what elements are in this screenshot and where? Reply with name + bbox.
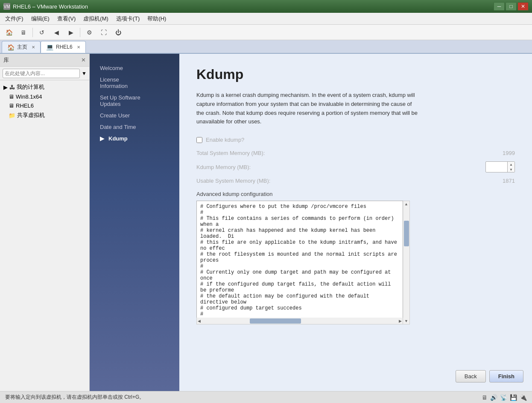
main-content: Kdump Kdump is a kernel crash dumping me… [179, 54, 532, 391]
spinbox-buttons: ▲ ▼ [507, 162, 514, 172]
close-button[interactable]: ✕ [517, 2, 529, 11]
tree-root-label: 我的计算机 [17, 83, 44, 91]
nav-date-time[interactable]: Date and Time [90, 121, 179, 133]
scroll-thumb[interactable] [404, 221, 409, 246]
enable-kdump-checkbox[interactable] [196, 137, 202, 143]
tab-bar: 🏠 主页 ✕ 💻 RHEL6 ✕ [0, 40, 532, 54]
vm-icon-rhel6: 🖥 [9, 102, 14, 109]
tab-home-close[interactable]: ✕ [32, 45, 35, 50]
tab-rhel6[interactable]: 💻 RHEL6 ✕ [41, 41, 86, 53]
speaker-icon: 🔊 [490, 394, 497, 401]
fullscreen-button[interactable]: ⛶ [97, 26, 110, 38]
scroll-up-button[interactable]: ▲ [404, 202, 408, 206]
total-memory-row: Total System Memory (MB): 1999 [196, 150, 515, 156]
menu-vm[interactable]: 虚拟机(M) [80, 14, 112, 24]
nav-welcome[interactable]: Welcome [90, 62, 179, 74]
shared-icon: 📁 [9, 112, 15, 119]
config-textarea[interactable]: # Configures where to put the kdump /pro… [196, 201, 403, 324]
home-button[interactable]: 🏠 [3, 26, 15, 38]
nav-welcome-label: Welcome [100, 65, 123, 71]
menu-help[interactable]: 帮助(H) [144, 14, 170, 24]
tab-home[interactable]: 🏠 主页 ✕ [2, 41, 41, 53]
sidebar-search-input[interactable] [3, 69, 80, 78]
tab-rhel6-close[interactable]: ✕ [77, 45, 80, 50]
scroll-down-button[interactable]: ▼ [404, 319, 408, 323]
kdump-memory-row: Kdump Memory (MB): 128 ▲ ▼ [196, 161, 515, 172]
sidebar-close-icon[interactable]: ✕ [81, 57, 86, 63]
title-bar: VM RHEL6 – VMware Workstation ─ □ ✕ [0, 0, 532, 13]
tree-shared-label: 共享虚拟机 [17, 111, 45, 119]
sidebar-title: 库 [3, 56, 9, 64]
tree-item-win81[interactable]: 🖥 Win8.1x64 [0, 92, 89, 101]
scroll-right-button[interactable]: ▶ [399, 319, 402, 323]
nav-date-time-label: Date and Time [100, 124, 136, 130]
tree-root-expand[interactable]: ▶ 🖧 我的计算机 [0, 82, 89, 92]
h-scroll-thumb[interactable] [250, 318, 301, 324]
menu-edit[interactable]: 编辑(E) [28, 14, 53, 24]
nav-kdump-label: Kdump [108, 135, 128, 142]
vm-icon-win81: 🖥 [9, 93, 14, 100]
menu-file[interactable]: 文件(F) [2, 14, 27, 24]
menu-bar: 文件(F) 编辑(E) 查看(V) 虚拟机(M) 选项卡(T) 帮助(H) [0, 13, 532, 25]
power-icon: 🔌 [520, 394, 527, 401]
enable-kdump-label: Enable kdump? [206, 137, 244, 143]
scroll-left-button[interactable]: ◀ [198, 319, 201, 323]
tree-rhel6-label: RHEL6 [16, 102, 34, 109]
forward-nav-button[interactable]: ▶ [64, 26, 77, 38]
status-bar: 要将输入定向到该虚拟机，请在虚拟机内部单击或按 Ctrl+G。 🖥 🔊 📡 💾 … [0, 391, 532, 403]
page-description: Kdump is a kernel crash dumping mechanis… [196, 91, 418, 126]
tab-home-label: 主页 [17, 44, 27, 51]
window-title: RHEL6 – VMware Workstation [13, 3, 88, 10]
library-sidebar: 库 ✕ ▼ ▶ 🖧 我的计算机 🖥 Win8.1x64 🖥 RHEL6 📁 [0, 54, 90, 391]
refresh-button[interactable]: ↺ [35, 26, 48, 38]
kdump-memory-label: Kdump Memory (MB): [196, 164, 480, 170]
vm-content-area: Welcome LicenseInformation Set Up Softwa… [90, 54, 532, 391]
tab-rhel6-label: RHEL6 [56, 44, 73, 50]
advanced-label: Advanced kdump configuration [196, 191, 515, 197]
horizontal-scrollbar[interactable]: ◀ ▶ [196, 318, 403, 324]
app-icon: VM [3, 3, 10, 10]
vertical-scrollbar[interactable]: ▲ ▼ [403, 201, 410, 324]
tree-win81-label: Win8.1x64 [16, 93, 42, 100]
tree-item-rhel6[interactable]: 🖥 RHEL6 [0, 101, 89, 110]
rhel6-tab-icon: 💻 [46, 44, 53, 50]
page-title: Kdump [196, 67, 515, 82]
kdump-memory-spinbox[interactable]: 128 ▲ ▼ [485, 161, 515, 172]
power-button[interactable]: ⏻ [112, 26, 125, 38]
spinbox-up-button[interactable]: ▲ [508, 162, 514, 167]
menu-view[interactable]: 查看(V) [54, 14, 79, 24]
vm-icon[interactable]: 🖥 [17, 26, 30, 38]
nav-software-updates[interactable]: Set Up SoftwareUpdates [90, 92, 179, 110]
spinbox-down-button[interactable]: ▼ [508, 167, 514, 172]
usable-memory-label: Usable System Memory (MB): [196, 178, 484, 184]
nav-kdump[interactable]: ▶ Kdump [90, 133, 179, 144]
separator-1 [32, 28, 33, 37]
usable-memory-row: Usable System Memory (MB): 1871 [196, 178, 515, 184]
search-dropdown-icon[interactable]: ▼ [82, 70, 87, 76]
nav-create-user[interactable]: Create User [90, 110, 179, 121]
root-icon: 🖧 [9, 84, 15, 91]
enable-kdump-row: Enable kdump? [196, 137, 515, 143]
nav-license-label: LicenseInformation [100, 76, 128, 89]
home-tab-icon: 🏠 [7, 44, 15, 51]
tree-area: ▶ 🖧 我的计算机 🖥 Win8.1x64 🖥 RHEL6 📁 共享虚拟机 [0, 80, 89, 391]
total-memory-label: Total System Memory (MB): [196, 150, 484, 156]
back-nav-button[interactable]: ◀ [50, 26, 63, 38]
kdump-memory-input[interactable]: 128 [486, 162, 507, 172]
toolbar: 🏠 🖥 ↺ ◀ ▶ ⚙ ⛶ ⏻ [0, 25, 532, 40]
settings-button[interactable]: ⚙ [83, 26, 96, 38]
total-memory-value: 1999 [489, 150, 515, 156]
finish-button[interactable]: Finish [489, 370, 523, 383]
minimize-button[interactable]: ─ [494, 2, 505, 11]
nav-create-user-label: Create User [100, 112, 130, 119]
nav-software-label: Set Up SoftwareUpdates [100, 94, 140, 107]
tree-item-shared[interactable]: 📁 共享虚拟机 [0, 110, 89, 120]
status-icons: 🖥 🔊 📡 💾 🔌 [482, 394, 527, 401]
back-button[interactable]: Back [456, 370, 486, 383]
separator-2 [80, 28, 80, 37]
storage-icon: 💾 [510, 394, 517, 401]
network-icon: 📡 [500, 394, 507, 401]
maximize-button[interactable]: □ [506, 2, 517, 11]
menu-tabs[interactable]: 选项卡(T) [113, 14, 143, 24]
nav-license[interactable]: LicenseInformation [90, 74, 179, 92]
